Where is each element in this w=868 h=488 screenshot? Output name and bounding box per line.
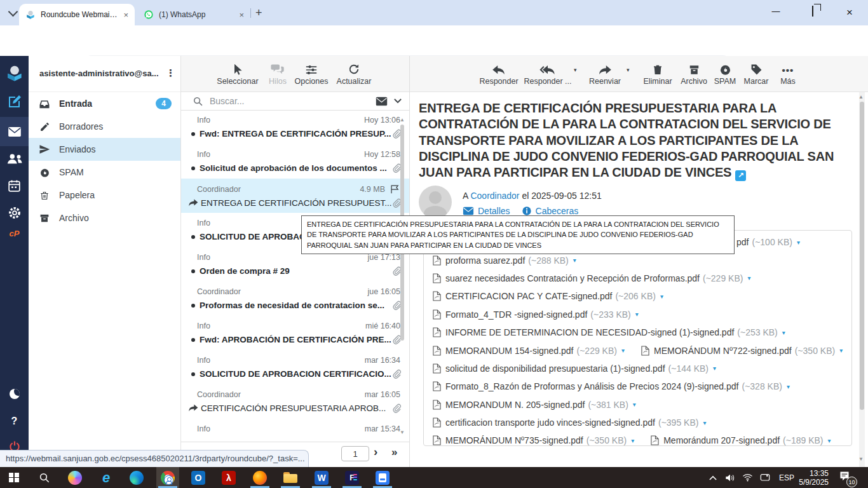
attachment-menu-caret-icon[interactable]: ▾ — [839, 347, 843, 354]
attachment-menu-caret-icon[interactable]: ▾ — [633, 401, 636, 408]
message-row[interactable]: Coordinadorjue 16:05 Proformas de necesi… — [181, 281, 409, 316]
attachment-item[interactable]: MEMORANDUM 154-signed.pdf(~229 KB)▾ — [433, 346, 625, 356]
folder-archivo[interactable]: Archivo — [29, 207, 180, 229]
attachment-menu-caret-icon[interactable]: ▾ — [747, 274, 750, 281]
attachment-item[interactable]: pdf(~100 KB)▾ — [736, 237, 800, 247]
last-page-icon[interactable]: » — [391, 446, 396, 459]
reader-scroll-down-icon[interactable]: ▼ — [858, 456, 864, 462]
options-button[interactable]: Opciones — [292, 60, 330, 86]
word-icon[interactable]: W — [314, 470, 329, 485]
more-button[interactable]: ••• Más — [764, 60, 812, 86]
cpanel-logo[interactable]: cP — [0, 229, 29, 238]
outlook-icon[interactable]: O — [191, 470, 206, 485]
window-close-button[interactable]: × — [840, 6, 859, 20]
attachment-menu-caret-icon[interactable]: ▾ — [713, 365, 716, 372]
next-page-icon[interactable]: › — [374, 445, 377, 459]
tab-close-icon[interactable]: × — [239, 10, 244, 20]
chrome-icon[interactable] — [160, 470, 175, 485]
app-firma-icon[interactable] — [375, 470, 390, 485]
volume-icon[interactable] — [722, 470, 738, 485]
refresh-list-button[interactable]: Actualizar — [332, 60, 376, 86]
search-bar[interactable] — [181, 92, 409, 111]
attachment-item[interactable]: solicitud de disponibilidad presupuestar… — [433, 363, 716, 374]
start-button[interactable] — [6, 470, 22, 485]
message-row[interactable]: Coordinadormar 16:05 CERTIFICACIÓN PRESU… — [181, 384, 409, 419]
message-row[interactable]: InfoHoy 12:58 Solicitud de aprobación de… — [181, 144, 409, 179]
display-cast-icon[interactable] — [757, 470, 773, 485]
attachment-menu-caret-icon[interactable]: ▾ — [621, 347, 625, 354]
reply-all-button[interactable]: Responder ... — [524, 60, 572, 86]
attachment-menu-caret-icon[interactable]: ▾ — [797, 239, 800, 246]
folder-spam[interactable]: SPAM — [29, 161, 180, 184]
attachment-item[interactable]: INFORME DE DETERMINACION DE NECESIDAD-si… — [433, 327, 785, 337]
new-tab-button[interactable]: + — [255, 7, 262, 18]
firefox-icon[interactable] — [252, 470, 268, 485]
mail-icon[interactable] — [0, 117, 29, 146]
edge-icon[interactable] — [129, 470, 144, 485]
attachment-menu-caret-icon[interactable]: ▾ — [660, 293, 663, 300]
help-icon[interactable]: ? — [0, 416, 29, 427]
copilot-icon[interactable] — [67, 470, 83, 485]
forward-caret-icon[interactable]: ▾ — [627, 67, 630, 73]
acrobat-icon[interactable]: λ — [221, 470, 236, 485]
message-row[interactable]: Infomié 16:40 Fwd: APROBACIÓN DE CERTIFI… — [181, 316, 409, 350]
search-options-chevron-icon[interactable] — [394, 98, 402, 104]
folder-entrada[interactable]: Entrada 4 — [29, 92, 180, 115]
account-menu-kebab-icon[interactable]: ⋮ — [166, 67, 175, 79]
settings-gear-icon[interactable] — [0, 206, 29, 220]
threads-button[interactable]: Hilos — [262, 60, 294, 86]
attachment-item[interactable]: certificacion transporte judo vinces-sig… — [433, 417, 706, 428]
attachment-menu-caret-icon[interactable]: ▾ — [828, 437, 831, 444]
reply-all-caret-icon[interactable]: ▾ — [574, 67, 577, 73]
reader-scroll-up-icon[interactable]: ▲ — [858, 94, 864, 100]
window-minimize-button[interactable]: — — [766, 6, 785, 20]
roundcube-logo-icon[interactable] — [0, 64, 29, 83]
contacts-icon[interactable] — [0, 152, 29, 165]
tray-chevron-icon[interactable] — [705, 470, 721, 485]
tab-close-icon[interactable]: × — [123, 10, 128, 20]
list-scroll-down-icon[interactable]: ▼ — [400, 430, 405, 435]
open-external-icon[interactable]: ↗ — [735, 170, 746, 181]
language-indicator[interactable]: ESP — [776, 470, 797, 485]
search-scope-mail-icon[interactable] — [376, 97, 388, 106]
folder-papelera[interactable]: Papelera — [29, 184, 180, 207]
attachment-item[interactable]: CERTIFICACION PAC Y CATE-signed.pdf(~206… — [433, 291, 663, 301]
page-number-input[interactable] — [341, 446, 369, 461]
attachment-item[interactable]: Memorándum 207-signed.pdf(~189 KB)▾ — [651, 435, 831, 445]
attachment-menu-caret-icon[interactable]: ▾ — [573, 257, 576, 264]
calendar-icon[interactable] — [0, 179, 29, 193]
attachment-item[interactable]: Formato_8_Razón de Proformas y Análisis … — [433, 381, 790, 391]
clock[interactable]: 13:35 5/9/2025 — [796, 469, 829, 487]
attachment-menu-caret-icon[interactable]: ▾ — [782, 329, 785, 336]
attachment-item[interactable]: MEMORÁNDUM Nº722-signed.pdf(~350 KB)▾ — [641, 346, 843, 356]
app-fes-icon[interactable]: F — [344, 470, 360, 485]
recipient-link[interactable]: Coordinador — [470, 191, 519, 201]
taskbar-search-icon[interactable] — [37, 470, 52, 485]
attachment-item[interactable]: Formato_4_TDR -signed-signed.pdf(~233 KB… — [433, 309, 639, 320]
attachment-item[interactable]: MEMORÁNDUM Nº735-signed.pdf(~350 KB)▾ — [433, 435, 634, 445]
search-input[interactable] — [208, 95, 351, 107]
headers-link[interactable]: Cabeceras — [536, 206, 579, 216]
reply-button[interactable]: Responder — [475, 60, 523, 86]
message-row[interactable]: InfoHoy 13:06 Fwd: ENTREGA DE CERTIFICAC… — [181, 110, 409, 144]
attachment-menu-caret-icon[interactable]: ▾ — [787, 383, 790, 390]
select-button[interactable]: Seleccionar — [212, 60, 263, 86]
window-restore-button[interactable] — [803, 6, 822, 20]
attachment-item[interactable]: proforma suarez.pdf(~288 KB)▾ — [433, 255, 576, 266]
message-row[interactable]: Infomar 16:34 SOLICITUD DE APROBACION CE… — [181, 350, 409, 384]
tab-whatsapp[interactable]: (1) WhatsApp × — [136, 4, 250, 25]
attachment-menu-caret-icon[interactable]: ▾ — [703, 419, 706, 426]
compose-icon[interactable] — [0, 94, 29, 109]
dark-mode-moon-icon[interactable] — [0, 389, 29, 399]
attachment-item[interactable]: suarez necesidades Contratación y Recepc… — [433, 273, 750, 283]
folder-borradores[interactable]: Borradores — [29, 115, 180, 138]
list-scroll-up-icon[interactable]: ▲ — [400, 117, 405, 123]
tab-list-chevron-icon[interactable] — [5, 6, 20, 20]
reader-scrollbar-thumb[interactable] — [860, 102, 864, 410]
internet-explorer-icon[interactable]: e — [98, 470, 114, 485]
wifi-icon[interactable] — [740, 470, 755, 485]
forward-button[interactable]: Reenviar — [581, 60, 629, 86]
flag-icon[interactable] — [390, 184, 400, 194]
attachment-menu-caret-icon[interactable]: ▾ — [635, 311, 639, 318]
attachment-item[interactable]: MEMORANDUM N. 205-signed.pdf(~381 KB)▾ — [433, 400, 636, 410]
